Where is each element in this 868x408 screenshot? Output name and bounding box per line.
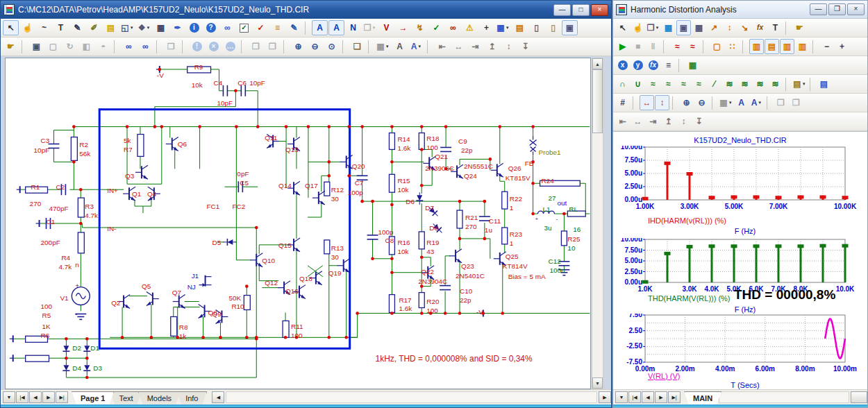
picture-mode-button[interactable]: ✐ <box>86 20 102 35</box>
select-box-icon-button[interactable]: ▢ <box>710 39 724 54</box>
tab-info[interactable]: Info <box>176 391 207 405</box>
diode[interactable] <box>416 192 423 205</box>
resistor[interactable] <box>419 133 424 150</box>
first-page-button[interactable]: |◀ <box>16 391 28 403</box>
vrl-legend[interactable]: V(RL) (V) <box>648 372 680 380</box>
opamp-boundary-box[interactable] <box>99 110 349 349</box>
analysis-next-button[interactable]: ▶ <box>655 391 667 403</box>
cursor-round-icon-button[interactable]: ≈ <box>692 76 706 92</box>
show-power-button[interactable]: ↯ <box>412 20 428 35</box>
resistor[interactable] <box>26 355 49 362</box>
pause-button-button[interactable]: ‖ <box>646 39 660 54</box>
tag-icon-button[interactable]: ≡ <box>661 58 676 73</box>
minimize-button[interactable]: — <box>553 4 571 16</box>
capacitor[interactable] <box>49 144 60 148</box>
dropdown-arrow-icon[interactable]: ▼ <box>758 101 762 105</box>
bjt-transistor[interactable] <box>250 253 262 267</box>
diode[interactable] <box>62 343 69 355</box>
capacitor[interactable] <box>440 286 451 290</box>
zoom-out-icon-button[interactable]: ⊖ <box>694 95 709 110</box>
zoom-window-icon-button[interactable]: ▣ <box>676 20 691 35</box>
resistor[interactable] <box>71 137 77 161</box>
doc-check-icon-button[interactable]: ✓ <box>253 20 269 35</box>
bring-front-icon-button[interactable]: ❐ <box>248 39 264 54</box>
analysis-first-button[interactable]: |◀ <box>628 391 641 403</box>
numeric-format-icon-button[interactable]: # <box>615 95 630 110</box>
cursor-high-icon-button[interactable]: ≈ <box>646 76 660 92</box>
align-bottom-icon-button[interactable]: ↧ <box>692 114 706 129</box>
probe[interactable] <box>530 136 537 155</box>
stop-button-button[interactable]: ■ <box>631 39 645 54</box>
resistor[interactable] <box>324 182 330 196</box>
zoom-scale-icon-button[interactable]: ⊙ <box>324 39 340 54</box>
shape-mode-button[interactable]: ❖▼ <box>136 20 152 35</box>
show-currents-button[interactable]: → <box>395 20 411 35</box>
zoom-in-icon-button[interactable]: ⊕ <box>290 39 306 54</box>
data-points-icon-button[interactable]: ∷ <box>725 39 740 54</box>
show-pin-connections-button[interactable]: ∞ <box>445 20 461 35</box>
resistor[interactable] <box>324 240 330 254</box>
restore-button[interactable]: ❐ <box>828 3 846 15</box>
checkbox-icon-button[interactable]: ✓ <box>236 20 252 35</box>
dropdown-arrow-icon[interactable]: ▼ <box>506 26 510 30</box>
auto-scale-icon-button[interactable]: ↗ <box>707 20 721 35</box>
font-style-icon-button[interactable]: A▼ <box>408 39 424 54</box>
dropdown-arrow-icon[interactable]: ▼ <box>728 101 733 105</box>
align-top-icon-button[interactable]: ↥ <box>484 39 500 54</box>
cursor-y-icon-button[interactable]: y <box>631 58 645 73</box>
maximize-button[interactable]: □ <box>572 4 590 16</box>
select-region-icon-button[interactable]: ▣ <box>562 20 578 35</box>
show-attribute-text-button[interactable]: A <box>312 20 328 35</box>
resistor[interactable] <box>389 295 394 313</box>
find-icon-button[interactable]: ∞ <box>121 39 137 54</box>
border-icon-button[interactable]: ▯ <box>528 20 544 35</box>
cursor-braid-icon-button[interactable]: ≋ <box>768 76 783 92</box>
repeat-icon-button[interactable]: ❒ <box>163 39 179 54</box>
link-icon-button[interactable]: ∞ <box>219 20 235 35</box>
resistor[interactable] <box>78 198 84 217</box>
diode[interactable] <box>62 362 69 375</box>
graph-properties-icon-button[interactable]: ▦ <box>692 20 706 35</box>
close-button[interactable]: × <box>847 3 865 15</box>
scroll-down-icon[interactable]: ▼ <box>592 377 603 389</box>
color-icon-button[interactable]: ▦▼ <box>375 39 391 54</box>
image-icon-button[interactable]: ▦ <box>661 20 676 35</box>
text-mode-button[interactable]: T <box>53 20 69 35</box>
tracker-icon-button[interactable]: + <box>835 39 849 54</box>
resistor[interactable] <box>171 316 177 336</box>
horizontal-scroll-track[interactable] <box>226 391 597 403</box>
tab-text[interactable]: Text <box>110 391 142 405</box>
ruler-icon-button[interactable]: ▤ <box>765 39 779 54</box>
y-axis-scale-icon-button[interactable]: ↕ <box>655 95 669 110</box>
x-axis-scale-icon-button[interactable]: ↔ <box>640 95 654 110</box>
bjt-transistor[interactable] <box>166 137 178 151</box>
pan-mode-button[interactable]: ☝ <box>631 20 645 35</box>
clipboard-icon-button[interactable]: ▤▼ <box>792 76 807 92</box>
plus-mark-icon-button[interactable]: ▥ <box>780 39 794 54</box>
resistor[interactable] <box>457 210 462 228</box>
properties-icon-button[interactable]: ☛ <box>792 20 807 35</box>
resistor[interactable] <box>78 232 84 253</box>
page-list-button[interactable]: ▼ <box>3 391 15 403</box>
capacitor[interactable] <box>440 147 451 151</box>
right-titlebar[interactable]: Harmonic Distortion Analysis —❐× <box>613 1 867 19</box>
align-bottom-icon-button[interactable]: ↧ <box>517 39 533 54</box>
thd-legend[interactable]: THD(HARM(V(RL))) (%) <box>648 294 731 303</box>
wire-mode-button[interactable]: ~ <box>36 20 52 35</box>
show-conditions-button[interactable]: ✓ <box>428 20 444 35</box>
cursor-low-icon-button[interactable]: ≈ <box>661 76 676 92</box>
component-mode-button[interactable]: ◱▼ <box>119 20 135 35</box>
ihd-legend[interactable]: IHD(HARM(v(RL))) (%) <box>648 216 726 225</box>
font-icon-button[interactable]: A <box>392 39 408 54</box>
cursor-inflection-icon-button[interactable]: ≈ <box>676 76 691 92</box>
close-button[interactable]: × <box>591 4 608 16</box>
bus-mode-button[interactable]: ▤ <box>103 20 119 35</box>
bring-front-icon-button[interactable]: ❐ <box>774 95 788 110</box>
grid-icon-button[interactable]: ▦▼ <box>495 20 511 35</box>
dropdown-arrow-icon[interactable]: ▼ <box>802 82 806 86</box>
resistor[interactable] <box>419 293 424 308</box>
last-page-button[interactable]: ▶| <box>56 391 68 403</box>
left-titlebar[interactable]: C:\MC12\DATA\Petrov\HeadAMP\K157UD2_Neul… <box>1 1 611 19</box>
analysis-scroll-thumb[interactable] <box>851 391 867 403</box>
align-middle-icon-button[interactable]: ↕ <box>676 114 691 129</box>
